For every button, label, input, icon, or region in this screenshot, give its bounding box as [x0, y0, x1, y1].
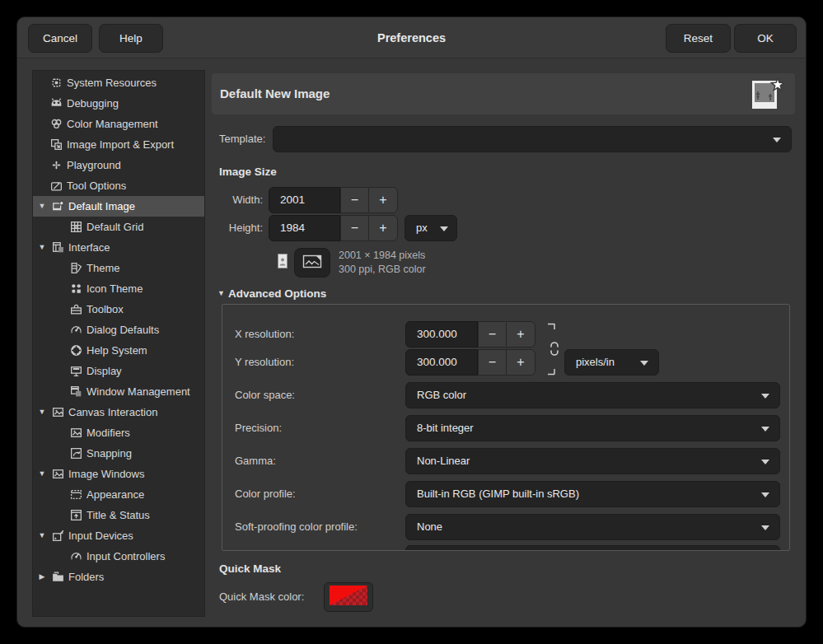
- page-title: Default New Image: [220, 73, 330, 114]
- dialog-header-bar: Cancel Help Preferences Reset OK: [17, 17, 806, 58]
- icon-theme-icon: [69, 282, 83, 296]
- sidebar-item-label: Title & Status: [87, 509, 150, 521]
- width-decrement-button[interactable]: −: [340, 187, 369, 213]
- expander-down-icon[interactable]: ▼: [35, 525, 49, 546]
- sidebar-item-image-import-export[interactable]: Image Import & Export: [33, 134, 204, 155]
- expander-down-icon[interactable]: ▼: [35, 464, 49, 484]
- debugging-icon: [49, 96, 63, 110]
- sidebar-item-input-controllers[interactable]: Input Controllers: [33, 546, 204, 567]
- sidebar-item-default-image[interactable]: ▼Default Image: [33, 196, 204, 217]
- precision-dropdown[interactable]: 8-bit integer: [405, 415, 780, 441]
- size-summary-pixels: 2001 × 1984 pixels: [339, 249, 426, 263]
- height-label: Height:: [212, 215, 263, 241]
- minus-icon: −: [489, 355, 496, 369]
- sidebar-item-canvas-interaction[interactable]: ▼Canvas Interaction: [33, 402, 204, 422]
- window-management-icon: [69, 385, 83, 399]
- width-increment-button[interactable]: +: [368, 187, 398, 213]
- dialog-defaults-icon: [69, 323, 83, 337]
- sidebar-item-debugging[interactable]: Debugging: [33, 93, 204, 114]
- x-resolution-decrement-button[interactable]: −: [478, 321, 507, 348]
- sidebar-item-appearance[interactable]: Appearance: [33, 484, 204, 505]
- expander-down-icon[interactable]: ▼: [35, 402, 49, 422]
- chevron-down-icon: [640, 361, 648, 366]
- sidebar-item-label: Tool Options: [67, 180, 126, 192]
- sidebar-item-input-devices[interactable]: ▼Input Devices: [33, 525, 204, 546]
- sidebar-item-label: System Resources: [67, 77, 157, 89]
- advanced-options-expander[interactable]: ▼Advanced Options: [217, 286, 326, 301]
- expander-right-icon[interactable]: ▶: [35, 567, 49, 587]
- gamma-dropdown[interactable]: Non-Linear: [405, 448, 780, 474]
- chevron-down-icon: [761, 525, 769, 530]
- sidebar-item-label: Debugging: [67, 97, 119, 110]
- sidebar-item-help-system[interactable]: Help System: [33, 340, 204, 361]
- sidebar-item-window-management[interactable]: Window Management: [33, 381, 204, 402]
- sidebar-item-toolbox[interactable]: Toolbox: [33, 299, 204, 320]
- height-input[interactable]: 1984: [269, 215, 340, 241]
- sidebar-item-system-resources[interactable]: System Resources: [33, 72, 204, 93]
- sidebar-item-label: Display: [87, 365, 122, 377]
- ok-button[interactable]: OK: [734, 24, 797, 53]
- height-decrement-button[interactable]: −: [340, 215, 369, 241]
- plus-icon: +: [379, 221, 386, 235]
- minus-icon: −: [489, 327, 496, 341]
- sidebar-item-color-management[interactable]: Color Management: [33, 114, 204, 134]
- sidebar-item-theme[interactable]: Theme: [33, 258, 204, 278]
- sidebar-item-interface[interactable]: ▼Interface: [33, 237, 204, 258]
- color-space-dropdown[interactable]: RGB color: [405, 382, 780, 408]
- sidebar-item-icon-theme[interactable]: Icon Theme: [33, 278, 204, 299]
- expander-down-icon[interactable]: ▼: [35, 196, 49, 217]
- default-image-icon: [51, 199, 65, 213]
- template-dropdown[interactable]: [273, 126, 792, 152]
- sidebar-item-label: Dialog Defaults: [87, 324, 159, 336]
- default-new-image-page: Default New Image Template: Image Size: [212, 73, 795, 617]
- x-resolution-input[interactable]: 300.000: [405, 321, 478, 348]
- chevron-down-icon: [761, 460, 769, 464]
- sidebar-item-label: Input Devices: [68, 530, 133, 542]
- sidebar-item-playground[interactable]: Playground: [33, 155, 204, 175]
- sidebar-item-folders[interactable]: ▶Folders: [33, 567, 204, 587]
- sidebar-item-label: Image Windows: [68, 468, 144, 480]
- size-unit-dropdown[interactable]: px: [404, 215, 457, 241]
- expander-down-icon[interactable]: ▼: [35, 237, 49, 258]
- sidebar-item-label: Theme: [87, 262, 119, 274]
- sidebar-item-snapping[interactable]: Snapping: [33, 443, 204, 464]
- chevron-down-icon: [773, 138, 781, 142]
- color-space-label: Color space:: [235, 382, 295, 408]
- quick-mask-color-button[interactable]: [324, 582, 373, 612]
- y-resolution-increment-button[interactable]: +: [506, 349, 535, 376]
- sidebar-item-default-grid[interactable]: Default Grid: [33, 217, 204, 237]
- chevron-down-icon: [440, 226, 448, 231]
- minus-icon: −: [351, 221, 358, 235]
- sidebar-item-image-windows[interactable]: ▼Image Windows: [33, 464, 204, 484]
- x-resolution-increment-button[interactable]: +: [506, 321, 535, 348]
- chain-broken-icon[interactable]: [545, 323, 560, 376]
- advanced-row-color-space: Color space:RGB color: [222, 382, 789, 408]
- plus-icon: +: [517, 327, 524, 341]
- y-resolution-decrement-button[interactable]: −: [478, 349, 507, 376]
- portrait-icon[interactable]: [276, 253, 289, 270]
- y-resolution-input[interactable]: 300.000: [405, 349, 478, 376]
- sidebar-item-label: Canvas Interaction: [68, 406, 157, 418]
- minus-icon: −: [351, 193, 358, 207]
- color-profile-dropdown[interactable]: Built-in RGB (GIMP built-in sRGB): [405, 481, 780, 507]
- image-size-heading: Image Size: [219, 166, 277, 178]
- sidebar-item-display[interactable]: Display: [33, 361, 204, 381]
- expander-down-icon: ▼: [217, 289, 225, 297]
- plus-icon: +: [379, 193, 386, 207]
- sidebar-item-tool-options[interactable]: Tool Options: [33, 175, 204, 196]
- height-increment-button[interactable]: +: [368, 215, 398, 241]
- resolution-unit-dropdown[interactable]: pixels/in: [564, 349, 659, 376]
- precision-label: Precision:: [235, 415, 282, 441]
- sidebar-item-modifiers[interactable]: Modifiers: [33, 422, 204, 443]
- system-resources-icon: [49, 76, 63, 90]
- reset-button[interactable]: Reset: [666, 24, 731, 53]
- clipped-dropdown[interactable]: [405, 545, 780, 551]
- soft-proofing-color-profile-dropdown[interactable]: None: [405, 514, 780, 540]
- landscape-button[interactable]: [294, 248, 330, 278]
- sidebar-item-label: Input Controllers: [87, 550, 165, 562]
- sidebar-item-label: Appearance: [87, 488, 144, 501]
- appearance-icon: [69, 488, 83, 502]
- sidebar-item-dialog-defaults[interactable]: Dialog Defaults: [33, 320, 204, 340]
- sidebar-item-title-status[interactable]: Title & Status: [33, 505, 204, 525]
- width-input[interactable]: 2001: [269, 187, 340, 213]
